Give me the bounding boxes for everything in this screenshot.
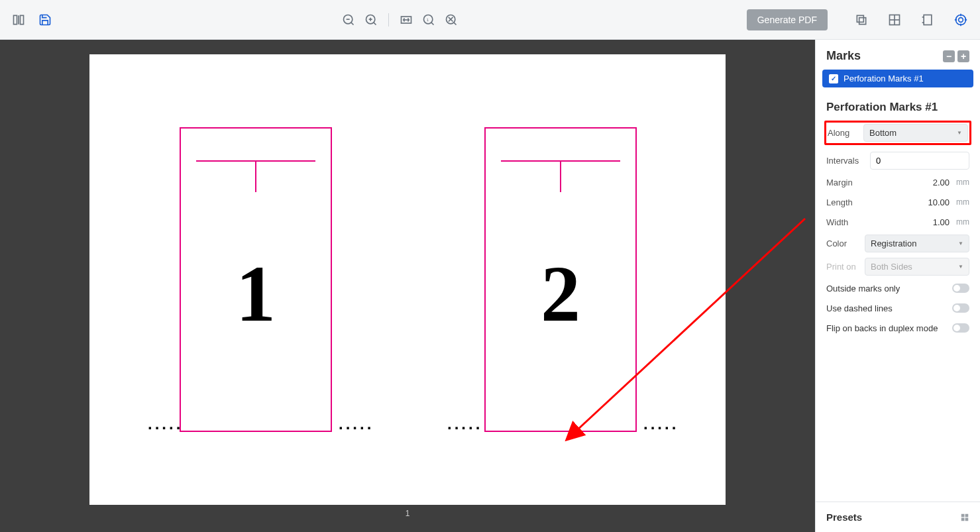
perforation-mark: .....	[447, 415, 482, 433]
svg-line-16	[454, 22, 457, 25]
highlight-annotation: Along Bottom▼	[824, 121, 971, 145]
zoom-out-icon[interactable]	[341, 12, 356, 28]
zoom-fit-icon[interactable]	[443, 12, 459, 28]
generate-pdf-button[interactable]: Generate PDF	[747, 9, 828, 30]
imposed-card-2: 2	[484, 127, 637, 432]
outside-marks-label: Outside marks only	[826, 284, 900, 293]
length-value[interactable]: 10.00	[928, 197, 950, 207]
marks-panel-title: Marks	[826, 49, 861, 63]
dashed-lines-toggle[interactable]	[952, 303, 969, 313]
printon-label: Print on	[826, 262, 859, 272]
page-preview: 1 2 ..... ..... ..... .....	[89, 54, 726, 505]
width-value[interactable]: 1.00	[933, 217, 950, 227]
fit-width-icon[interactable]	[398, 12, 414, 28]
presets-grid-icon[interactable]	[960, 513, 969, 522]
along-select[interactable]: Bottom▼	[863, 124, 968, 142]
zoom-in-icon[interactable]	[363, 12, 379, 28]
save-icon[interactable]	[37, 12, 53, 28]
margin-value[interactable]: 2.00	[933, 178, 950, 187]
intervals-input[interactable]	[870, 152, 969, 170]
separator	[388, 13, 389, 27]
card-number: 1	[236, 248, 276, 340]
printon-select: Both Sides▼	[865, 258, 969, 276]
properties-title: Perforation Marks #1	[816, 91, 980, 121]
svg-rect-1	[21, 15, 24, 24]
svg-rect-36	[961, 517, 965, 521]
svg-rect-19	[859, 17, 866, 24]
card-number: 2	[541, 248, 580, 340]
panel-tab-layout-icon[interactable]	[886, 11, 903, 28]
margin-label: Margin	[826, 178, 859, 187]
svg-line-13	[431, 22, 434, 25]
color-select[interactable]: Registration▼	[865, 235, 969, 252]
svg-line-4	[351, 22, 354, 25]
mark-list-item[interactable]: ✓ Perforation Marks #1	[822, 70, 973, 87]
svg-rect-24	[924, 15, 932, 25]
svg-rect-34	[961, 513, 965, 517]
unit-label: mm	[956, 178, 969, 187]
dashed-lines-label: Use dashed lines	[826, 303, 893, 313]
svg-point-28	[959, 17, 963, 22]
panel-tab-copies-icon[interactable]	[853, 11, 870, 28]
perforation-mark: .....	[148, 415, 183, 433]
svg-line-7	[374, 22, 376, 25]
svg-point-27	[956, 15, 966, 25]
intervals-label: Intervals	[826, 156, 859, 166]
columns-icon[interactable]	[11, 12, 27, 28]
width-label: Width	[826, 217, 859, 227]
outside-marks-toggle[interactable]	[952, 284, 969, 293]
color-label: Color	[826, 239, 859, 248]
t-mark	[501, 160, 620, 192]
unit-label: mm	[956, 217, 969, 227]
imposed-card-1: 1	[180, 127, 332, 432]
remove-mark-button[interactable]: −	[943, 50, 955, 62]
zoom-actual-icon[interactable]: 1	[421, 12, 437, 28]
svg-rect-37	[965, 517, 969, 521]
svg-text:1: 1	[427, 17, 429, 21]
length-label: Length	[826, 197, 859, 207]
panel-tab-marks-icon[interactable]	[952, 11, 969, 28]
perforation-mark: .....	[339, 415, 374, 433]
svg-rect-20	[857, 15, 863, 22]
unit-label: mm	[956, 197, 969, 207]
page-number-label: 1	[406, 509, 410, 518]
mark-item-label: Perforation Marks #1	[844, 74, 924, 83]
svg-rect-0	[14, 15, 17, 24]
marks-panel: Marks − + ✓ Perforation Marks #1 Perfora…	[815, 40, 980, 532]
checkbox-icon[interactable]: ✓	[829, 74, 838, 83]
add-mark-button[interactable]: +	[957, 50, 969, 62]
svg-rect-35	[965, 513, 969, 517]
flip-backs-toggle[interactable]	[952, 323, 969, 333]
top-toolbar: 1 Generate PDF	[0, 0, 980, 40]
panel-tab-sheet-icon[interactable]	[919, 11, 936, 28]
canvas-area[interactable]: 1 2 ..... ..... ..... ..... 1	[0, 40, 815, 532]
presets-title: Presets	[826, 511, 862, 523]
perforation-mark: .....	[643, 415, 679, 433]
t-mark	[196, 160, 315, 192]
flip-backs-label: Flip on backs in duplex mode	[826, 323, 938, 333]
along-label: Along	[828, 128, 857, 138]
